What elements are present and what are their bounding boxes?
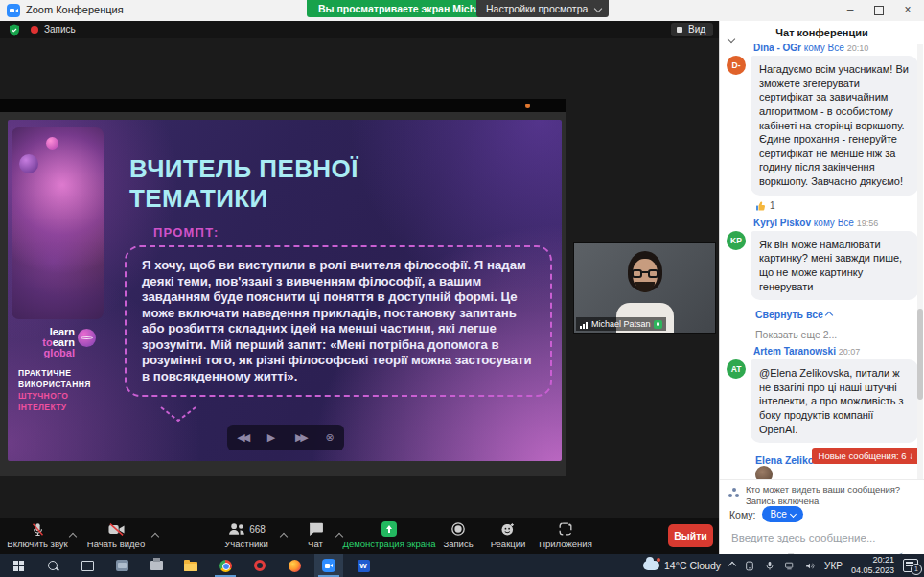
apps-button[interactable]: Приложения <box>535 520 596 549</box>
participants-count: 668 <box>249 524 266 535</box>
chevron-down-icon <box>594 5 602 12</box>
chrome-icon <box>219 560 232 572</box>
audio-options-chevron[interactable] <box>70 526 76 543</box>
printer-app-icon <box>150 561 163 570</box>
search-button[interactable] <box>38 554 67 577</box>
word-icon: W <box>358 560 370 572</box>
notification-center-icon[interactable]: 1 <box>903 559 918 572</box>
taskbar-app-printer[interactable] <box>142 554 171 577</box>
chat-button[interactable]: Чат <box>295 520 335 549</box>
show-more-link[interactable]: Показать еще 2... <box>755 329 918 340</box>
chat-title: Чат конференции <box>720 21 924 44</box>
chat-bubble-icon <box>308 521 324 537</box>
close-player-button[interactable]: ⊗ <box>325 431 334 444</box>
opera-icon <box>254 560 266 571</box>
minimize-button[interactable]: – <box>836 0 865 19</box>
zoom-toolbar: Включить звук Начать видео 668 Участники… <box>0 518 719 554</box>
close-button[interactable]: × <box>893 0 922 19</box>
folder-icon <box>184 562 197 571</box>
zoom-icon <box>322 559 335 572</box>
play-button[interactable]: ▶ <box>267 431 275 444</box>
participants-button[interactable]: 668 Участники <box>215 520 278 549</box>
avatar: AT <box>727 359 746 379</box>
unmute-button[interactable]: Включить звук <box>6 520 69 549</box>
share-screen-button[interactable]: Демонстрация экрана <box>342 520 436 549</box>
message-sender: Elena Zelikov <box>755 454 820 466</box>
chat-scrollbar-track[interactable] <box>917 44 923 479</box>
smiley-icon <box>500 521 516 537</box>
task-view-button[interactable] <box>73 554 102 577</box>
recording-label: Запись <box>44 24 76 35</box>
chat-composer: Кому: Все ··· <box>720 506 924 544</box>
rewind-button[interactable]: ◀◀ <box>237 431 247 444</box>
microphone-tray-icon[interactable] <box>764 561 775 571</box>
taskbar-app-mail[interactable] <box>107 554 136 577</box>
participant-video-tile[interactable]: Michael Patsan <box>573 242 716 334</box>
speech-bubble-tail <box>159 405 197 425</box>
chat-message: KP Як він може намалювати картинку? мені… <box>727 231 918 301</box>
to-label: Кому: <box>729 509 755 520</box>
start-button[interactable] <box>4 554 33 577</box>
chat-message: AT @Elena Zelikovska, питали ж не взагіл… <box>727 359 918 443</box>
file-explorer-button[interactable] <box>176 554 205 577</box>
notification-badge: 1 <box>911 564 922 575</box>
view-button[interactable]: Вид <box>671 23 713 36</box>
learn-to-earn-logo: learn toearn global <box>17 327 98 358</box>
collapse-all-link[interactable]: Свернуть все <box>755 309 918 320</box>
recording-indicator-dot <box>525 104 530 108</box>
view-settings-button[interactable]: Настройки просмотра <box>476 0 609 17</box>
forward-button[interactable]: ▶▶ <box>295 431 306 444</box>
message-header: Artem Taranowski 20:07 <box>753 346 918 357</box>
message-bubble: @Elena Zelikovska, питали ж не взагілі п… <box>751 359 918 443</box>
new-messages-button[interactable]: Новые сообщения: 6 ↓ <box>812 448 920 464</box>
chat-messages-area[interactable]: Dina - OGr кому Все 20:10 D- Нагадуємо в… <box>720 44 924 479</box>
chat-scrollbar-thumb[interactable] <box>917 309 923 400</box>
language-indicator[interactable]: УКР <box>824 561 843 571</box>
participants-icon <box>227 521 246 537</box>
task-view-icon <box>81 561 94 571</box>
video-off-icon <box>107 521 126 538</box>
chat-header: Чат конференции <box>720 21 924 44</box>
chat-panel: Чат конференции Dina - OGr кому Все 20:1… <box>719 21 924 554</box>
participant-name-label: Michael Patsan <box>576 317 666 331</box>
window-title: Zoom Конференция <box>26 4 124 15</box>
record-icon <box>450 521 466 537</box>
weather-widget[interactable]: 14°C Cloudy <box>643 560 721 571</box>
video-options-chevron[interactable] <box>152 526 158 543</box>
message-bubble: Як він може намалювати картинку? мені за… <box>751 231 918 301</box>
maximize-button[interactable] <box>865 0 893 19</box>
shield-icon <box>9 24 20 36</box>
tray-expand-chevron[interactable] <box>728 562 736 569</box>
playback-controls: ◀◀ ▶ ▶▶ ⊗ <box>227 425 344 450</box>
chrome-button[interactable] <box>211 554 240 577</box>
window-titlebar: Zoom Конференция Вы просматриваете экран… <box>0 0 924 22</box>
taskbar-clock[interactable]: 20:2104.05.2023 <box>851 555 894 576</box>
message-header: Kyryl Piskov кому Все 19:56 <box>753 218 918 228</box>
mic-off-icon <box>30 521 46 538</box>
mic-active-icon <box>654 320 662 329</box>
record-button[interactable]: Запись <box>436 520 480 549</box>
message-reaction[interactable]: 1 <box>755 200 918 212</box>
person-beard <box>635 282 655 292</box>
word-button[interactable]: W <box>349 554 378 577</box>
participants-chevron[interactable] <box>281 526 287 543</box>
leave-meeting-button[interactable]: Выйти <box>668 524 713 547</box>
reactions-button[interactable]: Реакции <box>484 520 532 549</box>
start-video-button[interactable]: Начать видео <box>82 520 150 549</box>
network-icon[interactable] <box>784 561 796 571</box>
opera-button[interactable] <box>245 554 274 577</box>
zoom-taskbar-button[interactable] <box>314 554 343 577</box>
message-header: Dina - OGr кому Все 20:10 <box>753 44 918 53</box>
firefox-button[interactable] <box>280 554 309 577</box>
visibility-icon <box>728 488 740 499</box>
message-input[interactable] <box>729 531 912 544</box>
signal-bars-icon <box>580 319 589 329</box>
prompt-text-box: Я хочу, щоб ви виступили в ролі вчителя … <box>125 245 552 397</box>
recipient-select[interactable]: Все <box>762 506 802 522</box>
windows-taskbar: W 14°C Cloudy УКР 20:2104.05.2023 1 <box>0 554 924 577</box>
device-icon[interactable] <box>744 561 755 571</box>
recording-dot-icon <box>31 26 38 34</box>
mail-app-icon <box>116 560 128 571</box>
person-glasses <box>632 269 658 279</box>
speaker-icon[interactable] <box>804 561 816 571</box>
